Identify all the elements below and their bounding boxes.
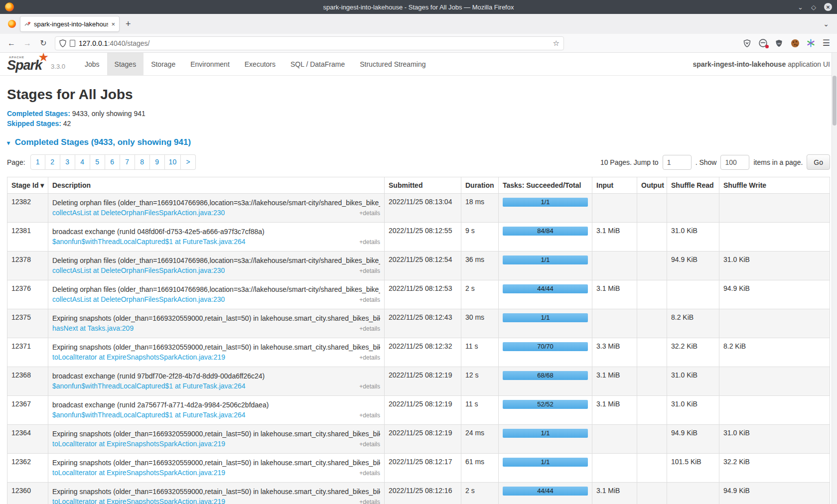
tasks-progress-cell: 84/84 xyxy=(499,223,592,252)
tasks-progress-cell: 68/68 xyxy=(499,367,592,396)
tasks-progress-bar: 68/68 xyxy=(503,371,588,380)
duration: 24 ms xyxy=(461,425,499,454)
window-maximize-icon[interactable]: ◇ xyxy=(811,4,816,10)
stage-detail-link[interactable]: $anonfun$withThreadLocalCaptured$1 at Fu… xyxy=(52,237,246,247)
spark-tab-jobs[interactable]: Jobs xyxy=(77,53,107,75)
url-bar[interactable]: 127.0.0.1:4040/stages/ ☆ xyxy=(55,36,564,50)
details-toggle[interactable]: +details xyxy=(355,381,380,391)
column-header-input[interactable]: Input xyxy=(592,177,637,194)
extension-icons: uo ☰ xyxy=(743,38,832,48)
stage-id: 12378 xyxy=(7,252,48,280)
column-header-stage-id[interactable]: Stage Id ▾ xyxy=(7,177,48,194)
spark-tab-executors[interactable]: Executors xyxy=(237,53,283,75)
stage-detail-link[interactable]: collectAsList at DeleteOrphanFilesSparkA… xyxy=(52,265,225,275)
container-asterisk-icon[interactable] xyxy=(807,39,816,48)
stage-detail-link[interactable]: toLocalIterator at ExpireSnapshotsSparkA… xyxy=(52,439,225,449)
spark-brand[interactable]: APACHE Spark ★ 3.3.0 xyxy=(0,53,70,75)
back-button[interactable]: ← xyxy=(5,39,18,48)
column-header-shuffle-read[interactable]: Shuffle Read xyxy=(667,177,719,194)
go-button[interactable]: Go xyxy=(807,154,830,170)
page-button-3[interactable]: 3 xyxy=(60,154,75,170)
page-button-9[interactable]: 9 xyxy=(150,154,165,170)
details-toggle[interactable]: +details xyxy=(355,353,380,363)
cookie-icon[interactable] xyxy=(791,39,800,48)
spark-tab-structured-streaming[interactable]: Structured Streaming xyxy=(352,53,433,75)
page-button-8[interactable]: 8 xyxy=(135,154,150,170)
details-toggle[interactable]: +details xyxy=(355,295,380,305)
output-size xyxy=(637,454,667,483)
stage-detail-link[interactable]: $anonfun$withThreadLocalCaptured$1 at Fu… xyxy=(52,381,246,391)
completed-stages-section-toggle[interactable]: ▾ Completed Stages (9433, only showing 9… xyxy=(7,137,830,147)
stage-id: 12367 xyxy=(7,396,48,425)
extension-badge xyxy=(765,45,769,48)
details-toggle[interactable]: +details xyxy=(355,324,380,334)
details-toggle[interactable]: +details xyxy=(355,439,380,449)
page-button-5[interactable]: 5 xyxy=(90,154,105,170)
details-toggle[interactable]: +details xyxy=(355,497,380,504)
spark-tab-stages[interactable]: Stages xyxy=(107,53,144,75)
column-header-output[interactable]: Output xyxy=(637,177,667,194)
stage-row-12371: 12371Expiring snapshots (older_than=1669… xyxy=(7,338,830,367)
stage-detail-link[interactable]: toLocalIterator at ExpireSnapshotsSparkA… xyxy=(52,497,225,504)
ublock-shield-icon[interactable]: uo xyxy=(775,39,784,48)
list-tabs-chevron-icon[interactable]: ⌄ xyxy=(823,20,829,28)
input-size xyxy=(592,425,637,454)
spark-tab-storage[interactable]: Storage xyxy=(143,53,183,75)
items-per-page-input[interactable] xyxy=(720,155,749,170)
details-toggle[interactable]: +details xyxy=(355,208,380,218)
column-header-duration[interactable]: Duration xyxy=(461,177,499,194)
stage-detail-link[interactable]: collectAsList at DeleteOrphanFilesSparkA… xyxy=(52,208,225,218)
stage-detail-link[interactable]: $anonfun$withThreadLocalCaptured$1 at Fu… xyxy=(52,410,246,420)
column-header-description[interactable]: Description xyxy=(48,177,385,194)
window-minimize-icon[interactable]: ⌄ xyxy=(798,4,803,10)
page-button-2[interactable]: 2 xyxy=(45,154,60,170)
tracking-shield-icon[interactable] xyxy=(59,39,66,47)
details-toggle[interactable]: +details xyxy=(355,237,380,247)
stage-description-cell: Deleting orphan files (older_than=166910… xyxy=(48,252,385,280)
details-toggle[interactable]: +details xyxy=(355,468,380,478)
details-toggle[interactable]: +details xyxy=(355,266,380,276)
stage-detail-link[interactable]: collectAsList at DeleteOrphanFilesSparkA… xyxy=(52,294,225,304)
spark-tab-environment[interactable]: Environment xyxy=(183,53,237,75)
menu-hamburger-icon[interactable]: ☰ xyxy=(823,38,830,48)
pocket-shield-icon[interactable] xyxy=(743,39,752,48)
column-header-tasks-succeeded-total[interactable]: Tasks: Succeeded/Total xyxy=(499,177,592,194)
input-size xyxy=(592,194,637,223)
page-scrollbar[interactable] xyxy=(832,53,837,504)
stage-description-cell: Expiring snapshots (older_than=166932055… xyxy=(48,309,385,338)
page-button-6[interactable]: 6 xyxy=(105,154,120,170)
column-header-submitted[interactable]: Submitted xyxy=(385,177,461,194)
page-button-7[interactable]: 7 xyxy=(120,154,135,170)
tab-close-icon[interactable]: × xyxy=(111,20,115,28)
stage-description: Expiring snapshots (older_than=166932055… xyxy=(52,313,380,323)
stage-id: 12362 xyxy=(7,454,48,483)
jump-to-page-input[interactable] xyxy=(663,155,692,170)
page-button-10[interactable]: 10 xyxy=(165,154,181,170)
spark-tab-sql-dataframe[interactable]: SQL / DataFrame xyxy=(283,53,352,75)
browser-tab[interactable]: spark-ingest-into-lakehous × xyxy=(20,16,120,32)
privacy-mask-icon[interactable] xyxy=(759,39,768,48)
details-toggle[interactable]: +details xyxy=(355,410,380,420)
stage-detail-link[interactable]: toLocalIterator at ExpireSnapshotsSparkA… xyxy=(52,468,225,478)
new-tab-button[interactable]: + xyxy=(126,19,131,29)
output-size xyxy=(637,280,667,309)
page-button-1[interactable]: 1 xyxy=(30,154,45,170)
shuffle-read-size xyxy=(667,194,719,223)
reload-button[interactable]: ↻ xyxy=(37,38,50,48)
page-button-4[interactable]: 4 xyxy=(75,154,90,170)
scrollbar-thumb[interactable] xyxy=(833,76,837,126)
stage-detail-link[interactable]: toLocalIterator at ExpireSnapshotsSparkA… xyxy=(52,352,225,362)
next-page-button[interactable]: > xyxy=(181,154,196,170)
forward-button[interactable]: → xyxy=(21,39,34,48)
stage-detail-link[interactable]: hasNext at Tasks.java:209 xyxy=(52,323,134,333)
output-size xyxy=(637,338,667,367)
spark-logo: APACHE Spark ★ xyxy=(7,56,42,72)
shuffle-write-size: 31.0 KiB xyxy=(719,425,830,454)
tasks-progress-cell: 44/44 xyxy=(499,280,592,309)
bookmark-star-icon[interactable]: ☆ xyxy=(553,39,559,48)
page-info-icon[interactable] xyxy=(70,40,75,47)
window-close-icon[interactable]: ✕ xyxy=(824,3,832,11)
tab-title: spark-ingest-into-lakehous xyxy=(34,20,108,28)
stage-description-cell: Expiring snapshots (older_than=166932055… xyxy=(48,483,385,504)
column-header-shuffle-write[interactable]: Shuffle Write xyxy=(719,177,830,194)
